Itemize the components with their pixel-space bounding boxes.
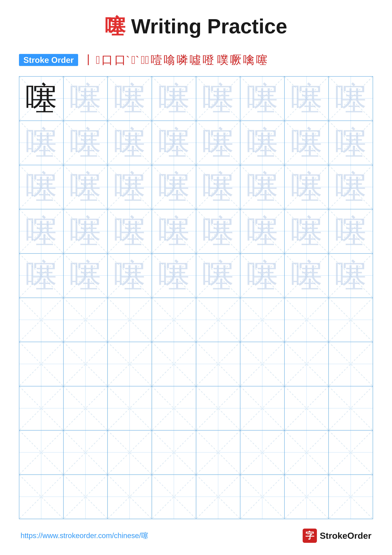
grid-cell[interactable] (152, 342, 196, 386)
grid-cell[interactable] (285, 386, 329, 431)
grid-cell[interactable]: 噻 (152, 254, 196, 298)
grid-cell[interactable] (19, 386, 64, 431)
grid-cell[interactable] (196, 475, 241, 519)
grid-cell[interactable] (240, 475, 285, 519)
grid-cell[interactable]: 噻 (329, 209, 373, 254)
grid-cell[interactable]: 噻 (152, 121, 196, 165)
grid-row: 噻 噻 噻 噻 噻 噻 噻 噻 (19, 209, 373, 254)
stroke-char-6: 口⃗ (141, 53, 149, 67)
grid-cell[interactable]: 噻 (108, 254, 152, 298)
grid-cell[interactable] (152, 475, 196, 519)
grid-cell[interactable]: 噻 (64, 77, 108, 121)
grid-cell[interactable] (285, 342, 329, 386)
grid-cell[interactable] (196, 298, 241, 342)
svg-line-128 (19, 431, 63, 475)
grid-cell[interactable] (19, 298, 64, 342)
grid-cell[interactable] (64, 475, 108, 519)
grid-cell[interactable]: 噻 (108, 209, 152, 254)
grid-cell[interactable] (19, 342, 64, 386)
svg-line-157 (285, 475, 328, 519)
practice-char: 噻 (70, 260, 101, 292)
grid-cell[interactable]: 噻 (19, 254, 64, 298)
grid-cell[interactable]: 噻 (329, 165, 373, 210)
grid-cell[interactable]: 噻 (285, 77, 329, 121)
grid-cell[interactable]: 噻 (240, 209, 285, 254)
grid-cell[interactable]: 噻 (285, 165, 329, 210)
grid-cell[interactable] (19, 431, 64, 475)
grid-cell[interactable]: 噻 (19, 209, 64, 254)
grid-cell[interactable] (152, 431, 196, 475)
grid-cell[interactable] (108, 431, 152, 475)
grid-cell[interactable]: 噻 (285, 254, 329, 298)
grid-cell[interactable]: 噻 (240, 77, 285, 121)
grid-cell[interactable] (285, 475, 329, 519)
grid-cell[interactable] (329, 298, 373, 342)
grid-cell[interactable]: 噻 (152, 165, 196, 210)
grid-cell[interactable] (329, 342, 373, 386)
stroke-order-section: Stroke Order 丨 𠃋 口 口` 𠃋` 口⃗ 噎 噏 噒 噓 噔 噗 … (19, 53, 373, 67)
svg-line-153 (196, 475, 240, 519)
grid-cell[interactable]: 噻 (196, 121, 241, 165)
grid-cell[interactable] (329, 431, 373, 475)
practice-char: 噻 (114, 171, 145, 203)
grid-cell[interactable]: 噻 (240, 121, 285, 165)
grid-row: 噻 噻 噻 噻 噻 噻 噻 噻 (19, 254, 373, 298)
grid-cell[interactable]: 噻 (152, 77, 196, 121)
footer-brand: 字 StrokeOrder (303, 529, 371, 543)
grid-cell[interactable]: 噻 (240, 254, 285, 298)
svg-line-119 (152, 386, 196, 430)
grid-cell[interactable] (19, 475, 64, 519)
practice-char: 噻 (291, 127, 322, 159)
grid-cell[interactable] (240, 342, 285, 386)
grid-cell[interactable] (196, 386, 241, 431)
grid-cell[interactable]: 噻 (285, 121, 329, 165)
grid-cell[interactable] (196, 342, 241, 386)
grid-cell[interactable] (152, 386, 196, 431)
grid-cell[interactable] (196, 431, 241, 475)
svg-line-156 (285, 475, 328, 519)
grid-cell[interactable] (240, 431, 285, 475)
practice-char: 噻 (247, 83, 278, 114)
grid-cell[interactable] (108, 386, 152, 431)
grid-cell[interactable]: 噻 (152, 209, 196, 254)
grid-cell[interactable] (329, 386, 373, 431)
grid-cell[interactable] (64, 298, 108, 342)
grid-cell[interactable] (240, 386, 285, 431)
grid-cell[interactable] (64, 386, 108, 431)
grid-cell[interactable]: 噻 (108, 121, 152, 165)
grid-cell[interactable] (64, 431, 108, 475)
svg-line-101 (108, 342, 152, 386)
grid-cell[interactable] (108, 342, 152, 386)
grid-cell[interactable] (285, 298, 329, 342)
grid-cell[interactable]: 噻 (329, 77, 373, 121)
grid-cell[interactable] (108, 298, 152, 342)
practice-char: 噻 (25, 260, 57, 292)
grid-cell[interactable]: 噻 (64, 121, 108, 165)
grid-cell[interactable] (285, 431, 329, 475)
grid-cell[interactable]: 噻 (19, 77, 64, 121)
grid-cell[interactable] (152, 298, 196, 342)
grid-cell[interactable]: 噻 (285, 209, 329, 254)
svg-line-98 (64, 342, 107, 386)
grid-cell[interactable]: 噻 (196, 209, 241, 254)
grid-cell[interactable]: 噻 (196, 77, 241, 121)
grid-cell[interactable]: 噻 (64, 254, 108, 298)
grid-cell[interactable] (108, 475, 152, 519)
grid-cell[interactable] (240, 298, 285, 342)
grid-cell[interactable]: 噻 (196, 254, 241, 298)
practice-char: 噻 (158, 215, 190, 247)
practice-char: 噻 (202, 127, 234, 159)
grid-cell[interactable]: 噻 (19, 165, 64, 210)
grid-cell[interactable] (329, 475, 373, 519)
grid-cell[interactable]: 噻 (64, 165, 108, 210)
grid-cell[interactable]: 噻 (240, 165, 285, 210)
grid-cell[interactable]: 噻 (329, 254, 373, 298)
grid-cell[interactable]: 噻 (196, 165, 241, 210)
svg-line-93 (285, 298, 328, 342)
grid-cell[interactable] (64, 342, 108, 386)
grid-cell[interactable]: 噻 (329, 121, 373, 165)
grid-cell[interactable]: 噻 (19, 121, 64, 165)
grid-cell[interactable]: 噻 (108, 165, 152, 210)
grid-cell[interactable]: 噻 (64, 209, 108, 254)
grid-cell[interactable]: 噻 (108, 77, 152, 121)
